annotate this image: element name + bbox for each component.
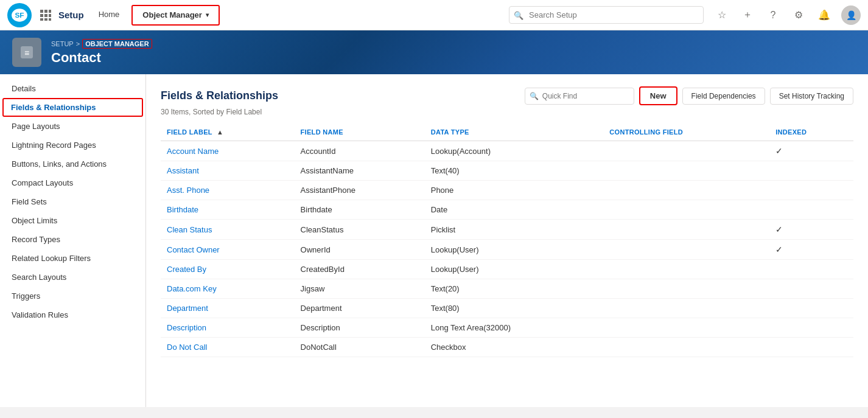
sidebar-item-related-lookup-filters[interactable]: Related Lookup Filters (0, 249, 145, 268)
search-icon: 🔍 (514, 10, 523, 19)
gear-icon[interactable]: ⚙ (790, 7, 807, 24)
table-row: Clean StatusCleanStatusPicklist✓ (161, 220, 853, 240)
cell-indexed (769, 299, 853, 318)
star-icon[interactable]: ☆ (713, 7, 730, 24)
cell-field-label: Account Name (161, 141, 295, 161)
cell-field-label: Do Not Call (161, 338, 295, 357)
cell-controlling-field (603, 299, 769, 318)
quick-find-input[interactable] (525, 88, 634, 105)
svg-text:SF: SF (15, 10, 24, 19)
cell-data-type: Lookup(User) (425, 240, 604, 260)
sidebar-item-page-layouts[interactable]: Page Layouts (0, 117, 145, 136)
breadcrumb-separator: > (76, 40, 80, 47)
cell-indexed (769, 260, 853, 279)
help-icon[interactable]: ? (765, 7, 782, 24)
svg-rect-3 (44, 10, 47, 13)
cell-controlling-field (603, 220, 769, 240)
cell-controlling-field (603, 141, 769, 161)
new-button[interactable]: New (639, 86, 677, 105)
field-dependencies-button[interactable]: Field Dependencies (682, 88, 765, 105)
col-field-label-text: FIELD LABEL (167, 128, 212, 136)
cell-field-label: Clean Status (161, 220, 295, 240)
table-row: Do Not CallDoNotCallCheckbox (161, 338, 853, 357)
table-row: Account NameAccountIdLookup(Account)✓ (161, 141, 853, 161)
indexed-checkmark: ✓ (775, 146, 783, 156)
cell-data-type: Text(40) (425, 161, 604, 181)
breadcrumb-object-manager[interactable]: OBJECT MANAGER (82, 39, 152, 49)
cell-data-type: Lookup(User) (425, 260, 604, 279)
cell-field-name: OwnerId (295, 240, 425, 260)
field-label-link[interactable]: Contact Owner (167, 245, 220, 254)
svg-rect-9 (44, 18, 47, 21)
svg-rect-4 (49, 10, 51, 13)
breadcrumb: SETUP > OBJECT MANAGER (51, 39, 152, 49)
cell-field-name: CreatedById (295, 260, 425, 279)
salesforce-logo: SF (7, 3, 32, 27)
sidebar-item-lightning-record-pages[interactable]: Lightning Record Pages (0, 136, 145, 155)
field-label-link[interactable]: Birthdate (167, 205, 198, 214)
cell-controlling-field (603, 200, 769, 220)
field-label-link[interactable]: Data.com Key (167, 284, 217, 293)
table-row: Asst. PhoneAssistantPhonePhone (161, 181, 853, 200)
search-input[interactable] (509, 6, 704, 24)
avatar[interactable]: 👤 (841, 5, 861, 25)
quick-find-wrap: 🔍 (525, 88, 634, 105)
table-row: DepartmentDepartmentText(80) (161, 299, 853, 318)
sidebar-item-object-limits[interactable]: Object Limits (0, 211, 145, 230)
cell-indexed (769, 338, 853, 357)
sort-arrow-icon: ▲ (217, 128, 223, 136)
sidebar-item-validation-rules[interactable]: Validation Rules (0, 305, 145, 324)
field-label-link[interactable]: Department (167, 304, 208, 313)
field-label-link[interactable]: Do Not Call (167, 343, 207, 352)
fields-title: Fields & Relationships (161, 89, 278, 102)
set-history-tracking-button[interactable]: Set History Tracking (770, 88, 853, 105)
sidebar-item-compact-layouts[interactable]: Compact Layouts (0, 173, 145, 192)
add-icon[interactable]: ＋ (739, 7, 756, 24)
table-row: Created ByCreatedByIdLookup(User) (161, 260, 853, 279)
cell-indexed (769, 200, 853, 220)
field-label-link[interactable]: Account Name (167, 147, 219, 156)
sidebar-item-triggers[interactable]: Triggers (0, 287, 145, 305)
fields-table: FIELD LABEL ▲ FIELD NAME DATA TYPE CONTR… (161, 124, 853, 357)
field-label-link[interactable]: Assistant (167, 166, 199, 175)
indexed-checkmark: ✓ (775, 225, 783, 234)
sidebar-item-record-types[interactable]: Record Types (0, 230, 145, 249)
field-label-link[interactable]: Description (167, 323, 206, 332)
object-header: ≡ SETUP > OBJECT MANAGER Contact (0, 30, 868, 74)
table-row: Data.com KeyJigsawText(20) (161, 279, 853, 299)
sidebar-item-field-sets[interactable]: Field Sets (0, 192, 145, 211)
top-nav-actions: ☆ ＋ ? ⚙ 🔔 👤 (713, 5, 861, 25)
apps-icon[interactable] (37, 6, 55, 24)
content-area: Fields & Relationships 🔍 New Field Depen… (146, 74, 868, 407)
fields-subtitle: 30 Items, Sorted by Field Label (161, 108, 853, 116)
col-field-label[interactable]: FIELD LABEL ▲ (161, 124, 295, 141)
cell-field-name: DoNotCall (295, 338, 425, 357)
cell-indexed (769, 181, 853, 200)
cell-indexed: ✓ (769, 240, 853, 260)
cell-controlling-field (603, 318, 769, 338)
cell-field-name: Jigsaw (295, 279, 425, 299)
bell-icon[interactable]: 🔔 (816, 7, 833, 24)
svg-rect-5 (40, 14, 43, 17)
sidebar-item-search-layouts[interactable]: Search Layouts (0, 268, 145, 287)
col-field-name: FIELD NAME (295, 124, 425, 141)
field-label-link[interactable]: Created By (167, 265, 206, 274)
cell-controlling-field (603, 338, 769, 357)
sidebar-item-fields-relationships[interactable]: Fields & Relationships (2, 98, 143, 117)
field-label-link[interactable]: Asst. Phone (167, 186, 209, 195)
sidebar-item-details[interactable]: Details (0, 79, 145, 98)
col-controlling-field: CONTROLLING FIELD (603, 124, 769, 141)
fields-header: Fields & Relationships 🔍 New Field Depen… (161, 86, 853, 105)
top-nav: SF Setup Home Object Manager ▾ 🔍 ☆ ＋ ? ⚙… (0, 0, 868, 30)
object-title-area: SETUP > OBJECT MANAGER Contact (51, 39, 152, 66)
field-label-link[interactable]: Clean Status (167, 225, 212, 234)
tab-home[interactable]: Home (89, 0, 130, 30)
col-data-type: DATA TYPE (425, 124, 604, 141)
sidebar-item-buttons-links-actions[interactable]: Buttons, Links, and Actions (0, 155, 145, 173)
cell-field-name: Birthdate (295, 200, 425, 220)
breadcrumb-setup: SETUP (51, 40, 74, 47)
svg-rect-7 (49, 14, 51, 17)
cell-data-type: Long Text Area(32000) (425, 318, 604, 338)
fields-actions: 🔍 New Field Dependencies Set History Tra… (525, 86, 853, 105)
tab-object-manager[interactable]: Object Manager ▾ (131, 5, 220, 26)
